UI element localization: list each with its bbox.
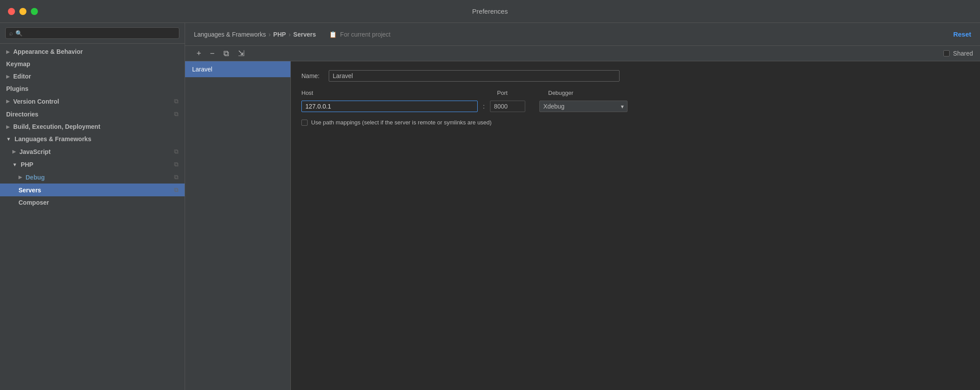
host-port-debugger-row: : Xdebug Zend Debugger: [301, 101, 969, 112]
breadcrumb-project: 📋 For current project: [329, 31, 390, 38]
sidebar-item-directories[interactable]: Directories ⧉: [0, 108, 185, 120]
copy-icon: ⧉: [174, 98, 178, 105]
server-toolbar: + − ⧉ ⇲ Shared: [185, 46, 980, 61]
host-input[interactable]: [301, 101, 478, 112]
sidebar-item-label: PHP: [21, 161, 171, 168]
debugger-select-wrap[interactable]: Xdebug Zend Debugger: [539, 101, 627, 112]
sidebar-item-editor[interactable]: ▶ Editor: [0, 70, 185, 82]
sidebar: ⌕ ▶ Appearance & Behavior Keymap ▶ Edito…: [0, 23, 185, 390]
search-bar: ⌕: [0, 23, 185, 44]
content-header: Languages & Frameworks › PHP › Servers 📋…: [185, 23, 980, 46]
path-mapping-label: Use path mappings (select if the server …: [311, 119, 492, 126]
copy-icon: ⧉: [174, 186, 178, 194]
sidebar-item-label: Appearance & Behavior: [13, 48, 178, 55]
sidebar-item-javascript[interactable]: ▶ JavaScript ⧉: [0, 145, 185, 158]
server-form: Name: Host Port Debugger :: [291, 61, 980, 390]
sidebar-item-label: Keymap: [6, 60, 178, 68]
sidebar-item-plugins[interactable]: Plugins: [0, 82, 185, 95]
close-button[interactable]: [8, 8, 15, 15]
chevron-right-icon: ▶: [6, 74, 10, 79]
reset-button[interactable]: Reset: [953, 30, 971, 38]
shared-label: Shared: [953, 50, 973, 57]
sidebar-item-debug[interactable]: ▶ Debug ⧉: [0, 171, 185, 184]
name-row: Name:: [301, 70, 969, 82]
chevron-right-icon: ▶: [19, 174, 22, 180]
search-input[interactable]: [15, 30, 175, 37]
sidebar-item-build[interactable]: ▶ Build, Execution, Deployment: [0, 120, 185, 133]
sidebar-item-label: Build, Execution, Deployment: [13, 123, 178, 130]
path-mapping-checkbox[interactable]: [301, 120, 308, 126]
shared-area: Shared: [943, 50, 973, 57]
sidebar-item-languages[interactable]: ▼ Languages & Frameworks: [0, 133, 185, 145]
shared-checkbox[interactable]: [943, 50, 950, 56]
remove-server-button[interactable]: −: [206, 49, 219, 58]
content-area: Languages & Frameworks › PHP › Servers 📋…: [185, 23, 980, 390]
window-controls[interactable]: [8, 8, 38, 15]
chevron-down-icon: ▼: [12, 162, 17, 167]
server-content: Laravel Name: Host Port Debugger: [185, 61, 980, 390]
port-input[interactable]: [490, 101, 525, 112]
window-title: Preferences: [472, 8, 508, 15]
sidebar-item-label: Editor: [13, 73, 178, 80]
path-mapping-row: Use path mappings (select if the server …: [301, 119, 969, 126]
breadcrumb-part2: PHP: [273, 31, 286, 38]
sidebar-item-composer[interactable]: Composer: [0, 196, 185, 209]
main-layout: ⌕ ▶ Appearance & Behavior Keymap ▶ Edito…: [0, 23, 980, 390]
sidebar-item-php[interactable]: ▼ PHP ⧉: [0, 158, 185, 171]
sidebar-item-label: Debug: [26, 174, 171, 181]
name-label: Name:: [301, 72, 323, 79]
name-input[interactable]: [329, 70, 620, 82]
sidebar-item-servers[interactable]: Servers ⧉: [0, 184, 185, 196]
project-label: For current project: [340, 31, 390, 38]
search-wrap[interactable]: ⌕: [5, 27, 179, 39]
chevron-down-icon: ▼: [6, 136, 11, 142]
sidebar-item-label: Directories: [6, 111, 171, 118]
sidebar-item-label: Servers: [19, 187, 171, 194]
sidebar-item-label: Composer: [19, 199, 178, 206]
cols-row: Host Port Debugger: [301, 90, 969, 99]
port-col-header: Port: [497, 90, 532, 96]
server-list-item-label: Laravel: [192, 66, 212, 73]
breadcrumb-sep2: ›: [289, 31, 291, 38]
add-server-button[interactable]: +: [192, 49, 206, 58]
copy-icon: ⧉: [174, 161, 178, 168]
breadcrumb-part3: Servers: [293, 31, 316, 38]
copy-icon: ⧉: [174, 173, 178, 181]
sidebar-item-keymap[interactable]: Keymap: [0, 58, 185, 70]
chevron-right-icon: ▶: [6, 124, 10, 130]
chevron-right-icon: ▶: [12, 149, 16, 154]
colon: :: [483, 103, 485, 110]
move-server-button[interactable]: ⇲: [234, 49, 249, 58]
sidebar-item-label: Languages & Frameworks: [15, 135, 178, 142]
title-bar: Preferences: [0, 0, 980, 23]
search-icon: ⌕: [9, 30, 13, 37]
copy-server-button[interactable]: ⧉: [219, 49, 234, 58]
server-list-item-laravel[interactable]: Laravel: [185, 61, 290, 77]
debugger-col-header: Debugger: [548, 90, 636, 96]
breadcrumb: Languages & Frameworks › PHP › Servers 📋…: [194, 31, 390, 38]
sidebar-item-label: Version Control: [13, 98, 171, 105]
server-list: Laravel: [185, 61, 291, 390]
host-col-header: Host: [301, 90, 478, 96]
chevron-right-icon: ▶: [6, 98, 10, 104]
minimize-button[interactable]: [19, 8, 26, 15]
chevron-right-icon: ▶: [6, 49, 10, 55]
sidebar-item-label: Plugins: [6, 85, 178, 92]
sidebar-item-appearance[interactable]: ▶ Appearance & Behavior: [0, 45, 185, 58]
project-icon: 📋: [329, 31, 337, 38]
sidebar-tree: ▶ Appearance & Behavior Keymap ▶ Editor …: [0, 44, 185, 390]
sidebar-item-version-control[interactable]: ▶ Version Control ⧉: [0, 95, 185, 108]
breadcrumb-sep1: ›: [268, 31, 271, 38]
copy-icon: ⧉: [174, 148, 178, 155]
maximize-button[interactable]: [31, 8, 38, 15]
breadcrumb-part1: Languages & Frameworks: [194, 31, 266, 38]
copy-icon: ⧉: [174, 110, 178, 118]
debugger-select[interactable]: Xdebug Zend Debugger: [539, 101, 627, 112]
sidebar-item-label: JavaScript: [19, 148, 171, 155]
